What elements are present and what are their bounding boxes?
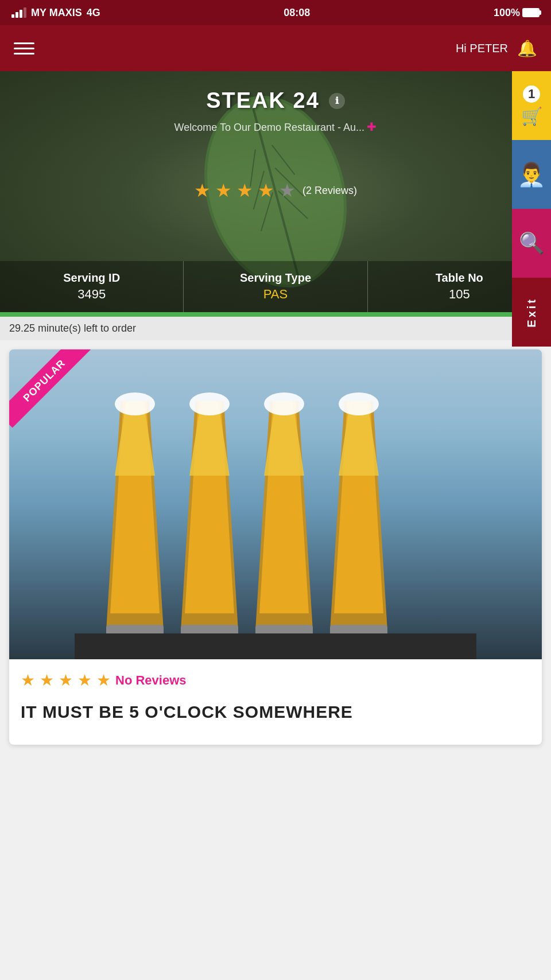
restaurant-rating: ★ ★ ★ ★ ★ (2 Reviews) [11,180,540,201]
serving-type-value: PAS [189,287,361,302]
search-icon: 🔍 [519,231,545,255]
menu-card: POPULAR [9,349,542,745]
svg-point-26 [189,392,230,415]
waiter-tab[interactable]: 👨‍💼 [512,140,551,209]
battery-icon [522,8,540,17]
menu-star-3: ★ [59,671,73,690]
serving-info-bar: Serving ID 3495 Serving Type PAS Table N… [0,261,551,312]
serving-id-label: Serving ID [6,271,177,285]
svg-point-28 [339,392,379,415]
exit-tab[interactable]: Exit [512,278,551,347]
exit-label: Exit [525,297,538,328]
menu-item-title: IT MUST BE 5 O'CLOCK SOMEWHERE [21,697,530,733]
hero-section: STEAK 24 ℹ Welcome To Our Demo Restauran… [0,71,551,312]
svg-point-25 [115,392,155,415]
app-header: Hi PETER 🔔 [0,25,551,71]
menu-section: POPULAR [0,340,551,754]
review-count: (2 Reviews) [302,185,357,197]
progress-bar-track [0,312,551,317]
svg-point-27 [264,392,304,415]
cart-tab[interactable]: 1 🛒 [512,71,551,140]
waiter-icon: 👨‍💼 [517,161,546,188]
serving-id-value: 3495 [6,287,177,302]
popular-wrapper: POPULAR [9,349,101,441]
right-side-tabs: 1 🛒 👨‍💼 🔍 Exit [512,71,551,347]
progress-section: 29.25 minute(s) left to order [0,312,551,340]
menu-item-rating: ★ ★ ★ ★ ★ No Reviews [21,671,530,690]
battery-percent: 100% [494,7,520,19]
hamburger-menu[interactable] [14,42,34,55]
search-tab[interactable]: 🔍 [512,209,551,278]
serving-type-block: Serving Type PAS [184,261,367,312]
star-4: ★ [258,180,274,201]
welcome-text: Welcome To Our Demo Restaurant - Au... ✚ [11,120,540,134]
cart-count: 1 [523,85,540,103]
menu-image-container: POPULAR [9,349,542,659]
popular-badge: POPULAR [9,349,92,428]
carrier-label: MY MAXIS [31,7,82,19]
time-left-label: 29.25 minute(s) left to order [0,317,551,340]
star-3: ★ [236,180,253,201]
hero-content: STEAK 24 ℹ Welcome To Our Demo Restauran… [0,71,551,201]
menu-info: ★ ★ ★ ★ ★ No Reviews IT MUST BE 5 O'CLOC… [9,659,542,745]
bell-icon[interactable]: 🔔 [517,39,537,58]
progress-bar-fill [0,312,534,317]
no-reviews-label: No Reviews [115,673,187,688]
cart-icon: 🛒 [521,106,542,126]
menu-star-2: ★ [40,671,54,690]
star-1: ★ [194,180,211,201]
status-bar: MY MAXIS 4G 08:08 100% [0,0,551,25]
svg-rect-29 [75,633,476,659]
network-label: 4G [87,7,100,19]
menu-star-1: ★ [21,671,35,690]
header-right: Hi PETER 🔔 [456,39,537,58]
restaurant-name: STEAK 24 [206,88,320,113]
battery-container: 100% [494,7,540,19]
menu-star-4: ★ [77,671,92,690]
serving-type-label: Serving Type [189,271,361,285]
menu-star-5: ★ [96,671,111,690]
greeting-label: Hi PETER [456,42,508,55]
plus-icon[interactable]: ✚ [367,120,377,133]
serving-id-block: Serving ID 3495 [0,261,184,312]
info-icon[interactable]: ℹ [329,93,345,109]
star-5: ★ [279,180,296,201]
beer-glasses-svg [75,372,476,659]
star-2: ★ [215,180,232,201]
time-label: 08:08 [284,7,310,19]
signal-bars-icon [11,7,26,18]
status-left: MY MAXIS 4G [11,7,100,19]
